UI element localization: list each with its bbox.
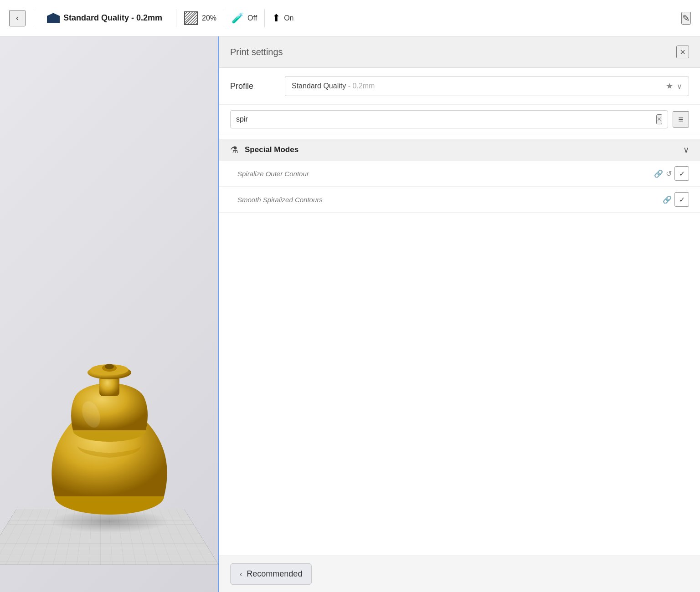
setting-row-smooth: Smooth Spiralized Contours 🔗 ✓ <box>219 187 700 213</box>
toolbar-divider-3 <box>224 9 224 27</box>
special-modes-icon: ⚗ <box>230 144 238 155</box>
toolbar-profile-section[interactable]: Standard Quality - 0.2mm <box>41 10 169 26</box>
search-input-wrapper: × <box>230 110 668 128</box>
setting-row-spiralize: Spiralize Outer Contour 🔗 ↺ ✓ <box>219 161 700 187</box>
setting-name-spiralize: Spiralize Outer Contour <box>237 170 649 178</box>
support-section[interactable]: 🧪 Off <box>232 12 257 24</box>
panel-footer: ‹ Recommended <box>219 556 700 592</box>
setting-name-smooth: Smooth Spiralized Contours <box>237 196 658 204</box>
checkbox-smooth[interactable]: ✓ <box>674 192 689 207</box>
adhesion-section[interactable]: ⬆ On <box>272 12 293 24</box>
print-settings-panel: Print settings × Profile Standard Qualit… <box>219 36 700 592</box>
edit-button[interactable]: ✎ <box>681 12 691 25</box>
profile-row: Profile Standard Quality - 0.2mm ★ ∨ <box>219 68 700 105</box>
favorite-icon[interactable]: ★ <box>666 81 673 91</box>
pencil-icon: ✎ <box>682 13 690 23</box>
link-icon-spiralize[interactable]: 🔗 <box>654 169 663 178</box>
search-row: × ≡ <box>219 105 700 134</box>
adhesion-icon: ⬆ <box>272 12 280 24</box>
toolbar-divider-2 <box>176 9 176 27</box>
chevron-down-icon: ∨ <box>677 82 682 91</box>
profile-dropdown-text: Standard Quality - 0.2mm <box>292 82 375 90</box>
menu-icon: ≡ <box>678 114 684 125</box>
support-label: Off <box>247 14 257 22</box>
profile-label-text: Profile <box>230 82 276 91</box>
reset-icon-spiralize[interactable]: ↺ <box>666 169 672 178</box>
profile-dropdown[interactable]: Standard Quality - 0.2mm ★ ∨ <box>285 76 689 96</box>
search-clear-button[interactable]: × <box>656 114 662 124</box>
svg-line-2 <box>185 12 190 17</box>
support-icon: 🧪 <box>232 12 244 24</box>
section-chevron-icon: ∨ <box>683 145 689 155</box>
search-input[interactable] <box>236 115 653 123</box>
setting-actions-spiralize: 🔗 ↺ ✓ <box>654 166 689 181</box>
svg-point-20 <box>105 364 114 369</box>
clear-icon: × <box>657 115 661 123</box>
recommended-label: Recommended <box>247 569 302 579</box>
recommended-button[interactable]: ‹ Recommended <box>230 563 312 585</box>
3d-model <box>36 342 182 533</box>
infill-icon <box>184 11 198 26</box>
recommended-chevron-icon: ‹ <box>240 570 242 578</box>
setting-actions-smooth: 🔗 ✓ <box>663 192 689 207</box>
adhesion-label: On <box>284 14 293 22</box>
section-title: Special Modes <box>245 145 677 154</box>
toolbar-profile-label: Standard Quality - 0.2mm <box>63 13 162 23</box>
special-modes-section-header[interactable]: ⚗ Special Modes ∨ <box>219 139 700 161</box>
settings-content: ⚗ Special Modes ∨ Spiralize Outer Contou… <box>219 134 700 556</box>
panel-header: Print settings × <box>219 36 700 68</box>
infill-label: 20% <box>202 14 216 22</box>
back-button[interactable]: ‹ <box>9 10 26 26</box>
3d-viewport[interactable] <box>0 36 219 592</box>
top-toolbar: ‹ Standard Quality - 0.2mm 20% 🧪 <box>0 0 700 36</box>
profile-dropdown-actions: ★ ∨ <box>666 81 682 91</box>
toolbar-divider-4 <box>264 9 265 27</box>
toolbar-divider-1 <box>33 9 33 27</box>
infill-section[interactable]: 20% <box>184 11 216 26</box>
panel-title: Print settings <box>230 47 283 57</box>
layers-icon <box>47 13 60 23</box>
close-button[interactable]: × <box>676 46 689 58</box>
settings-menu-button[interactable]: ≡ <box>673 111 689 128</box>
link-icon-smooth[interactable]: 🔗 <box>663 195 672 204</box>
close-icon: × <box>680 47 685 57</box>
back-icon: ‹ <box>16 13 19 23</box>
checkbox-spiralize[interactable]: ✓ <box>674 166 689 181</box>
